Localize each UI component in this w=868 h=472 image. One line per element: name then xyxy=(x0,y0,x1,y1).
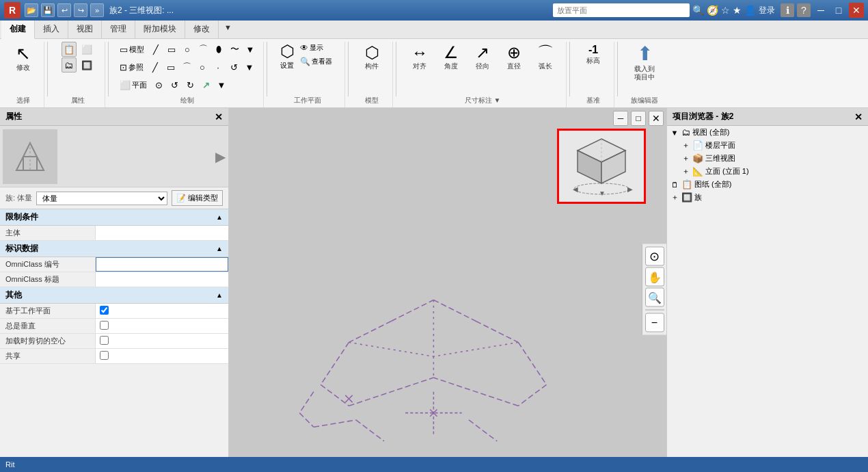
views-toggle[interactable]: ▼ xyxy=(670,128,679,137)
3d-view-toggle[interactable]: ＋ xyxy=(681,154,690,163)
help-btn[interactable]: ? xyxy=(797,3,811,17)
tree-item-sheets[interactable]: 🗒 📋 图纸 (全部) xyxy=(667,178,868,191)
properties-panel: 属性 ✕ ▶ 族: 体量 体量 📝 编辑类型 xyxy=(0,108,229,471)
more-btn[interactable]: » xyxy=(90,3,104,17)
elevation-toggle[interactable]: ＋ xyxy=(681,167,690,176)
tab-manage[interactable]: 管理 xyxy=(102,21,135,38)
ellipse-btn[interactable]: ⬮ xyxy=(211,42,226,57)
families-toggle[interactable]: ＋ xyxy=(670,193,679,202)
diameter-btn[interactable]: ⊕ 直径 xyxy=(499,42,529,73)
ref-more-btn[interactable]: ▼ xyxy=(242,60,257,75)
tree-item-views[interactable]: ▼ 🗂 视图 (全部) xyxy=(667,126,868,139)
project-browser-close-btn[interactable]: ✕ xyxy=(854,112,863,122)
shared-value xyxy=(96,349,228,363)
floor-plan-toggle[interactable]: ＋ xyxy=(681,141,690,150)
maximize-btn[interactable]: □ xyxy=(831,3,846,18)
tree-item-families[interactable]: ＋ 🔲 族 xyxy=(667,191,868,204)
plane-btn[interactable]: ⬜ 平面 xyxy=(117,79,150,92)
tab-insert[interactable]: 插入 xyxy=(35,21,68,38)
angle-btn[interactable]: ∠ 角度 xyxy=(436,42,466,73)
tab-modify[interactable]: 修改 xyxy=(185,21,219,38)
nav-minus-btn[interactable]: − xyxy=(645,313,664,332)
radial-btn[interactable]: ↗ 径向 xyxy=(467,42,498,73)
save-btn[interactable]: 💾 xyxy=(41,3,55,17)
tab-create[interactable]: 创建 xyxy=(1,21,35,39)
load-to-project-btn[interactable]: ⬆ 载入到 项目中 xyxy=(629,42,660,84)
omniclass-no-value[interactable] xyxy=(96,257,228,272)
app-icon: R xyxy=(4,2,21,18)
separator-2 xyxy=(108,42,109,96)
open-btn[interactable]: 📂 xyxy=(25,3,38,17)
model-btn[interactable]: ▭ 模型 xyxy=(117,43,147,56)
views-icon: 🗂 xyxy=(681,127,690,137)
minimize-btn[interactable]: ─ xyxy=(813,3,828,18)
ref-arc-btn[interactable]: ⌒ xyxy=(179,60,194,75)
arc-btn[interactable]: ⌒ xyxy=(195,42,211,57)
rect-btn[interactable]: ▭ xyxy=(164,42,179,57)
host-input[interactable] xyxy=(100,228,224,236)
prop-btn-3[interactable]: ⬜ xyxy=(79,42,94,57)
ref-circle-btn[interactable]: ○ xyxy=(195,60,210,75)
draw-extra-3[interactable]: ↻ xyxy=(182,77,198,92)
tree-item-elevation[interactable]: ＋ 📐 立面 (立面 1) xyxy=(667,165,868,178)
tree-item-3d-view[interactable]: ＋ 📦 三维视图 xyxy=(667,152,868,165)
draw-extra-4[interactable]: ↗ xyxy=(198,77,213,92)
ref-rect-btn[interactable]: ▭ xyxy=(163,60,178,75)
component-btn[interactable]: ⬡ 构件 xyxy=(357,42,387,73)
always-vertical-checkbox[interactable] xyxy=(100,321,109,330)
svg-line-15 xyxy=(476,321,518,342)
shared-checkbox[interactable] xyxy=(100,351,109,360)
close-btn[interactable]: ✕ xyxy=(849,3,864,18)
tab-addins[interactable]: 附加模块 xyxy=(135,21,185,38)
info-btn[interactable]: ℹ xyxy=(781,3,794,17)
identity-section[interactable]: 标识数据 ▲ xyxy=(0,241,228,257)
ref-line-btn[interactable]: ╱ xyxy=(148,60,163,75)
draw-extra-1[interactable]: ⊙ xyxy=(151,77,166,92)
reference-btn[interactable]: ⊡ 参照 xyxy=(117,61,146,74)
constraints-section[interactable]: 限制条件 ▲ xyxy=(0,209,228,226)
show-btn[interactable]: 👁 显示 xyxy=(297,42,335,54)
align-btn[interactable]: ↔ 对齐 xyxy=(405,42,435,73)
spline-btn[interactable]: 〜 xyxy=(227,42,242,57)
family-select[interactable]: 体量 xyxy=(36,192,167,205)
canvas-area[interactable]: ─ □ ✕ ◀ ▶ ▼ xyxy=(229,108,666,471)
ref-point-btn[interactable]: · xyxy=(211,60,226,75)
modify-btn[interactable]: ↖ 修改 xyxy=(8,42,38,75)
prop-btn-2[interactable]: 🗂 xyxy=(62,57,77,73)
workplane-settings-btn[interactable]: ⬡ 设置 xyxy=(280,42,295,70)
omniclass-no-input[interactable] xyxy=(100,260,223,268)
tree-item-floor-plan[interactable]: ＋ 📄 楼层平面 xyxy=(667,139,868,152)
separator-5 xyxy=(396,42,396,96)
circle-btn[interactable]: ○ xyxy=(180,42,195,57)
properties-close-btn[interactable]: ✕ xyxy=(215,112,223,122)
line-btn[interactable]: ╱ xyxy=(148,42,163,57)
nav-pan-btn[interactable]: ✋ xyxy=(645,267,664,287)
tab-view[interactable]: 视图 xyxy=(68,21,102,38)
search-input[interactable] xyxy=(553,3,690,17)
tab-more[interactable]: ▼ xyxy=(219,21,237,38)
prop-btn-1[interactable]: 📋 xyxy=(62,42,77,57)
login-label[interactable]: 登录 xyxy=(759,5,775,16)
edit-type-btn[interactable]: 📝 编辑类型 xyxy=(172,190,223,206)
sheets-toggle[interactable]: 🗒 xyxy=(670,180,679,189)
prop-btn-4[interactable]: 🔲 xyxy=(79,57,94,73)
cut-on-load-checkbox[interactable] xyxy=(100,336,109,345)
other-section[interactable]: 其他 ▲ xyxy=(0,287,228,304)
redo-btn[interactable]: ↪ xyxy=(74,3,87,17)
workplane-checkbox[interactable] xyxy=(100,306,109,315)
nav-zoom-btn[interactable]: 🔍 xyxy=(645,288,664,307)
draw-extra-5[interactable]: ▼ xyxy=(214,77,229,92)
more-draw-btn[interactable]: ▼ xyxy=(243,42,258,57)
svg-line-20 xyxy=(433,378,518,406)
ref-rotate-btn[interactable]: ↺ xyxy=(226,60,241,75)
omniclass-title-input[interactable] xyxy=(100,274,224,283)
elevation-btn[interactable]: -1 标高 xyxy=(578,42,608,68)
undo-btn[interactable]: ↩ xyxy=(57,3,71,17)
viewer-btn[interactable]: 🔍 查看器 xyxy=(297,55,335,68)
preview-scroll-btn[interactable]: ▶ xyxy=(215,148,226,165)
draw-extra-2[interactable]: ↺ xyxy=(167,77,182,92)
svg-line-11 xyxy=(349,321,391,342)
dimension-arrow[interactable]: ▼ xyxy=(493,96,500,104)
arc-len-btn[interactable]: ⌒ 弧长 xyxy=(530,42,560,73)
nav-orbit-btn[interactable]: ⊙ xyxy=(645,247,664,266)
